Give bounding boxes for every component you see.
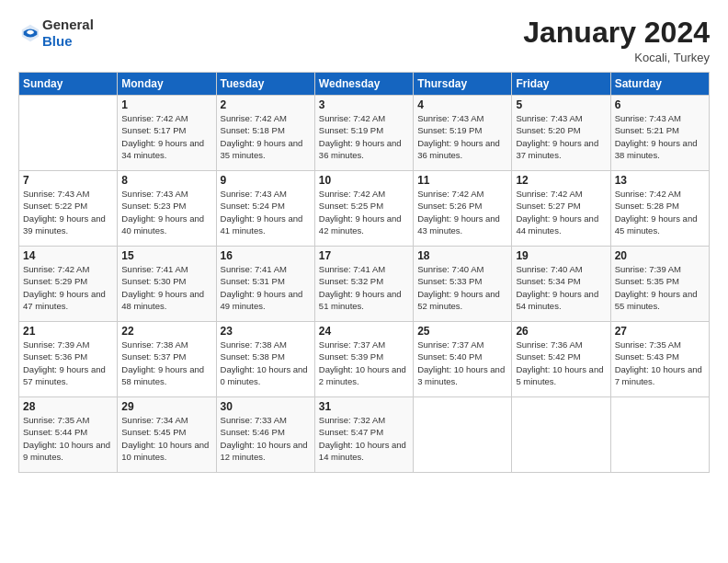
day-number: 29 xyxy=(121,400,211,413)
day-cell: 20Sunrise: 7:39 AMSunset: 5:35 PMDayligh… xyxy=(610,247,709,322)
day-number: 22 xyxy=(121,325,211,338)
month-title: January 2024 xyxy=(523,17,710,49)
day-number: 4 xyxy=(417,98,507,111)
day-info: Sunrise: 7:43 AMSunset: 5:20 PMDaylight:… xyxy=(516,112,606,161)
day-number: 24 xyxy=(319,325,409,338)
day-cell: 22Sunrise: 7:38 AMSunset: 5:37 PMDayligh… xyxy=(118,322,216,397)
day-cell: 16Sunrise: 7:41 AMSunset: 5:31 PMDayligh… xyxy=(216,247,314,322)
logo: General Blue xyxy=(18,17,94,50)
day-cell: 18Sunrise: 7:40 AMSunset: 5:33 PMDayligh… xyxy=(414,247,512,322)
logo-text-block: General Blue xyxy=(42,17,94,50)
day-info: Sunrise: 7:43 AMSunset: 5:24 PMDaylight:… xyxy=(221,188,311,236)
day-cell: 8Sunrise: 7:43 AMSunset: 5:23 PMDaylight… xyxy=(118,171,216,247)
day-info: Sunrise: 7:33 AMSunset: 5:46 PMDaylight:… xyxy=(221,414,311,463)
day-number: 5 xyxy=(516,98,606,111)
day-cell: 13Sunrise: 7:42 AMSunset: 5:28 PMDayligh… xyxy=(610,171,709,247)
day-number: 31 xyxy=(319,400,409,413)
week-row-2: 7Sunrise: 7:43 AMSunset: 5:22 PMDaylight… xyxy=(19,171,710,247)
day-number: 16 xyxy=(221,249,311,262)
week-row-5: 28Sunrise: 7:35 AMSunset: 5:44 PMDayligh… xyxy=(19,397,710,473)
day-info: Sunrise: 7:37 AMSunset: 5:40 PMDaylight:… xyxy=(417,339,507,387)
day-cell: 6Sunrise: 7:43 AMSunset: 5:21 PMDaylight… xyxy=(610,96,709,171)
day-info: Sunrise: 7:38 AMSunset: 5:38 PMDaylight:… xyxy=(221,339,311,387)
day-number: 18 xyxy=(417,249,507,262)
day-cell: 14Sunrise: 7:42 AMSunset: 5:29 PMDayligh… xyxy=(19,247,118,322)
weekday-header-wednesday: Wednesday xyxy=(314,73,413,96)
calendar-body: 1Sunrise: 7:42 AMSunset: 5:17 PMDaylight… xyxy=(19,96,710,473)
day-cell: 12Sunrise: 7:42 AMSunset: 5:27 PMDayligh… xyxy=(512,171,610,247)
day-cell xyxy=(19,96,118,171)
calendar: SundayMondayTuesdayWednesdayThursdayFrid… xyxy=(18,72,710,473)
weekday-header-saturday: Saturday xyxy=(610,73,709,96)
day-info: Sunrise: 7:43 AMSunset: 5:19 PMDaylight:… xyxy=(417,112,507,161)
day-info: Sunrise: 7:42 AMSunset: 5:26 PMDaylight:… xyxy=(417,188,507,236)
week-row-3: 14Sunrise: 7:42 AMSunset: 5:29 PMDayligh… xyxy=(19,247,710,322)
day-info: Sunrise: 7:42 AMSunset: 5:29 PMDaylight:… xyxy=(23,263,113,312)
day-info: Sunrise: 7:37 AMSunset: 5:39 PMDaylight:… xyxy=(319,339,409,387)
title-block: January 2024 Kocali, Turkey xyxy=(523,17,710,64)
day-number: 6 xyxy=(615,98,705,111)
weekday-header-tuesday: Tuesday xyxy=(216,73,314,96)
day-number: 1 xyxy=(121,98,211,111)
day-cell: 3Sunrise: 7:42 AMSunset: 5:19 PMDaylight… xyxy=(314,96,413,171)
day-number: 3 xyxy=(319,98,409,111)
day-cell: 29Sunrise: 7:34 AMSunset: 5:45 PMDayligh… xyxy=(118,397,216,473)
day-cell: 5Sunrise: 7:43 AMSunset: 5:20 PMDaylight… xyxy=(512,96,610,171)
day-number: 28 xyxy=(23,400,113,413)
day-cell xyxy=(512,397,610,473)
day-number: 13 xyxy=(615,174,705,187)
logo-text: General Blue xyxy=(42,17,94,50)
day-number: 14 xyxy=(23,249,113,262)
day-info: Sunrise: 7:43 AMSunset: 5:22 PMDaylight:… xyxy=(23,188,113,236)
day-info: Sunrise: 7:42 AMSunset: 5:18 PMDaylight:… xyxy=(221,112,311,161)
day-cell: 19Sunrise: 7:40 AMSunset: 5:34 PMDayligh… xyxy=(512,247,610,322)
day-number: 21 xyxy=(23,325,113,338)
day-info: Sunrise: 7:35 AMSunset: 5:43 PMDaylight:… xyxy=(615,339,705,387)
day-info: Sunrise: 7:41 AMSunset: 5:32 PMDaylight:… xyxy=(319,263,409,312)
day-number: 15 xyxy=(121,249,211,262)
day-cell: 27Sunrise: 7:35 AMSunset: 5:43 PMDayligh… xyxy=(610,322,709,397)
day-cell: 31Sunrise: 7:32 AMSunset: 5:47 PMDayligh… xyxy=(314,397,413,473)
day-info: Sunrise: 7:32 AMSunset: 5:47 PMDaylight:… xyxy=(319,414,409,463)
day-number: 17 xyxy=(319,249,409,262)
day-cell: 24Sunrise: 7:37 AMSunset: 5:39 PMDayligh… xyxy=(314,322,413,397)
week-row-1: 1Sunrise: 7:42 AMSunset: 5:17 PMDaylight… xyxy=(19,96,710,171)
day-number: 30 xyxy=(221,400,311,413)
day-info: Sunrise: 7:40 AMSunset: 5:34 PMDaylight:… xyxy=(516,263,606,312)
day-number: 2 xyxy=(221,98,311,111)
day-cell: 4Sunrise: 7:43 AMSunset: 5:19 PMDaylight… xyxy=(414,96,512,171)
day-info: Sunrise: 7:42 AMSunset: 5:17 PMDaylight:… xyxy=(121,112,211,161)
header: General Blue January 2024 Kocali, Turkey xyxy=(18,17,710,64)
day-info: Sunrise: 7:42 AMSunset: 5:25 PMDaylight:… xyxy=(319,188,409,236)
day-info: Sunrise: 7:35 AMSunset: 5:44 PMDaylight:… xyxy=(23,414,113,463)
day-number: 19 xyxy=(516,249,606,262)
calendar-header: SundayMondayTuesdayWednesdayThursdayFrid… xyxy=(19,73,710,96)
day-cell: 2Sunrise: 7:42 AMSunset: 5:18 PMDaylight… xyxy=(216,96,314,171)
day-cell: 30Sunrise: 7:33 AMSunset: 5:46 PMDayligh… xyxy=(216,397,314,473)
day-cell: 9Sunrise: 7:43 AMSunset: 5:24 PMDaylight… xyxy=(216,171,314,247)
day-info: Sunrise: 7:43 AMSunset: 5:21 PMDaylight:… xyxy=(615,112,705,161)
day-cell: 25Sunrise: 7:37 AMSunset: 5:40 PMDayligh… xyxy=(414,322,512,397)
day-info: Sunrise: 7:40 AMSunset: 5:33 PMDaylight:… xyxy=(417,263,507,312)
day-info: Sunrise: 7:42 AMSunset: 5:27 PMDaylight:… xyxy=(516,188,606,236)
day-info: Sunrise: 7:42 AMSunset: 5:19 PMDaylight:… xyxy=(319,112,409,161)
day-info: Sunrise: 7:41 AMSunset: 5:31 PMDaylight:… xyxy=(221,263,311,312)
day-number: 8 xyxy=(121,174,211,187)
day-number: 7 xyxy=(23,174,113,187)
day-cell: 11Sunrise: 7:42 AMSunset: 5:26 PMDayligh… xyxy=(414,171,512,247)
weekday-header-friday: Friday xyxy=(512,73,610,96)
day-number: 26 xyxy=(516,325,606,338)
weekday-header-monday: Monday xyxy=(118,73,216,96)
day-number: 10 xyxy=(319,174,409,187)
day-cell: 28Sunrise: 7:35 AMSunset: 5:44 PMDayligh… xyxy=(19,397,118,473)
day-info: Sunrise: 7:34 AMSunset: 5:45 PMDaylight:… xyxy=(121,414,211,463)
day-number: 11 xyxy=(417,174,507,187)
day-cell: 23Sunrise: 7:38 AMSunset: 5:38 PMDayligh… xyxy=(216,322,314,397)
day-number: 12 xyxy=(516,174,606,187)
day-info: Sunrise: 7:38 AMSunset: 5:37 PMDaylight:… xyxy=(121,339,211,387)
day-number: 9 xyxy=(221,174,311,187)
day-cell xyxy=(610,397,709,473)
logo-general: General xyxy=(42,17,94,32)
day-info: Sunrise: 7:36 AMSunset: 5:42 PMDaylight:… xyxy=(516,339,606,387)
day-info: Sunrise: 7:41 AMSunset: 5:30 PMDaylight:… xyxy=(121,263,211,312)
